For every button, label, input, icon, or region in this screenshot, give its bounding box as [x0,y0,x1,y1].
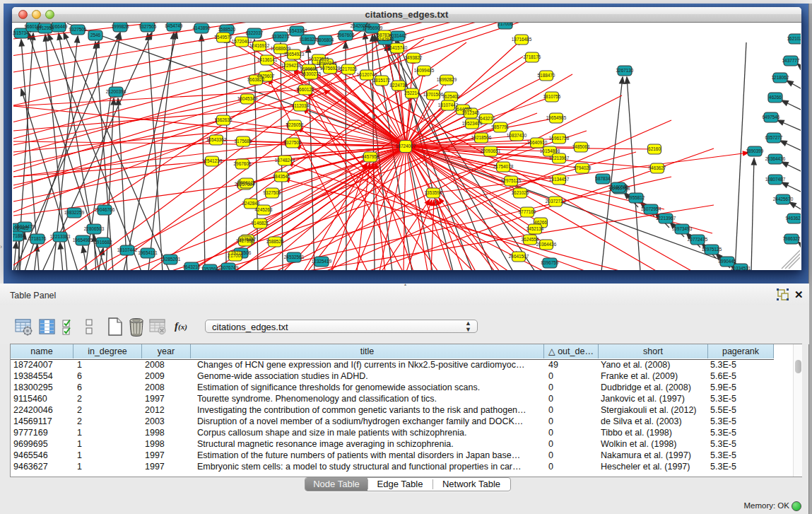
svg-text:9427552: 9427552 [237,238,254,243]
svg-text:13748244: 13748244 [275,158,295,163]
svg-text:46266: 46266 [769,95,782,100]
svg-text:62160: 62160 [648,146,661,151]
svg-text:20372723: 20372723 [546,199,566,204]
svg-text:13045349: 13045349 [237,96,258,101]
svg-text:16120746: 16120746 [357,72,377,77]
svg-text:18992829: 18992829 [437,77,457,82]
svg-text:12213967: 12213967 [549,156,570,160]
svg-text:2066449: 2066449 [50,24,68,29]
svg-text:10807487: 10807487 [765,177,786,182]
svg-text:2718176: 2718176 [524,54,541,59]
svg-text:9857791: 9857791 [492,124,510,129]
svg-text:20364436: 20364436 [765,156,786,161]
svg-text:14099485: 14099485 [414,68,435,73]
svg-text:16961758: 16961758 [549,136,570,141]
svg-text:7986322: 7986322 [783,236,801,241]
svg-text:6497546: 6497546 [763,115,780,119]
svg-text:13654923: 13654923 [284,52,305,57]
svg-text:1890399: 1890399 [746,148,764,153]
svg-text:12975125: 12975125 [702,247,722,252]
svg-text:7663822: 7663822 [247,77,265,82]
svg-text:18107442: 18107442 [117,247,138,252]
svg-text:19654985: 19654985 [546,115,567,120]
svg-text:5188470: 5188470 [538,73,555,78]
svg-text:18724007: 18724007 [396,144,416,148]
svg-text:21754078: 21754078 [493,164,514,169]
svg-text:22093651: 22093651 [481,148,501,153]
svg-text:15180586: 15180586 [608,185,629,189]
svg-text:3624554: 3624554 [522,237,539,242]
svg-text:10837430: 10837430 [507,133,527,138]
svg-text:15157347: 15157347 [13,30,32,35]
svg-text:21200396: 21200396 [106,89,126,94]
svg-text:4245263: 4245263 [255,207,273,212]
svg-text:8336273: 8336273 [272,34,290,39]
svg-text:7485063: 7485063 [572,144,590,149]
svg-text:15076749: 15076749 [218,265,239,270]
svg-text:4143890: 4143890 [193,25,211,30]
svg-text:6217026: 6217026 [340,66,358,71]
svg-text:16072954: 16072954 [641,206,661,211]
svg-text:9327505: 9327505 [264,190,281,195]
svg-text:10973493: 10973493 [672,226,693,231]
svg-text:1916682: 1916682 [95,240,112,245]
svg-text:9146821: 9146821 [252,221,269,226]
svg-text:252214: 252214 [404,90,420,95]
svg-text:3493822: 3493822 [405,55,423,60]
svg-text:16543362: 16543362 [287,28,307,33]
svg-text:19523409: 19523409 [462,121,483,126]
svg-text:19654111: 19654111 [138,250,158,255]
svg-text:8396759: 8396759 [541,260,559,265]
svg-text:14136141: 14136141 [257,57,278,62]
svg-text:1621025: 1621025 [787,36,801,41]
svg-text:5549579: 5549579 [215,35,233,40]
svg-text:9327505: 9327505 [69,27,87,32]
svg-text:12975125: 12975125 [501,178,522,183]
svg-text:1621025: 1621025 [512,190,529,195]
svg-text:587834: 587834 [595,176,611,181]
svg-text:9794028: 9794028 [574,165,592,170]
svg-text:24532561: 24532561 [284,255,305,259]
svg-text:16415740: 16415740 [387,45,408,50]
svg-text:7625402: 7625402 [442,94,460,99]
svg-text:9327505: 9327505 [284,140,302,145]
svg-text:6357277: 6357277 [765,135,783,140]
svg-text:2967608: 2967608 [337,33,355,37]
svg-text:18907249: 18907249 [317,61,337,66]
svg-text:20772475: 20772475 [688,237,708,242]
svg-text:10688609: 10688609 [271,46,291,51]
svg-text:2967608: 2967608 [234,161,252,166]
svg-text:8990445: 8990445 [719,259,736,264]
svg-text:46266: 46266 [534,220,547,225]
svg-text:1353594: 1353594 [425,190,442,195]
svg-text:8806804: 8806804 [317,37,334,42]
svg-text:12325419: 12325419 [312,259,332,264]
svg-text:1218062: 1218062 [772,75,789,80]
svg-text:7671884: 7671884 [13,233,25,238]
svg-text:217006: 217006 [498,23,513,26]
svg-text:9463627: 9463627 [649,165,666,170]
svg-text:9660124: 9660124 [297,87,314,92]
svg-text:12294238: 12294238 [281,63,302,68]
svg-text:1815172: 1815172 [373,78,391,83]
svg-text:587834: 587834 [377,33,392,37]
svg-text:10154808: 10154808 [540,148,560,153]
svg-text:19654985: 19654985 [73,238,93,243]
svg-text:9327505: 9327505 [139,24,157,29]
svg-text:20364436: 20364436 [536,242,557,247]
svg-text:3267130: 3267130 [616,68,634,73]
svg-text:19832259: 19832259 [64,210,85,215]
svg-text:7643210: 7643210 [183,264,201,269]
svg-text:19756928: 19756928 [320,66,341,71]
svg-text:9896123: 9896123 [238,180,256,185]
svg-text:217006: 217006 [228,253,243,258]
svg-text:5226058: 5226058 [286,122,304,127]
svg-text:1843546: 1843546 [273,174,290,179]
svg-text:13134457: 13134457 [549,177,570,182]
svg-text:8454749: 8454749 [165,23,183,28]
svg-text:1588520: 1588520 [266,239,284,244]
svg-text:2457954: 2457954 [362,154,379,159]
svg-text:9463627: 9463627 [786,216,801,221]
svg-text:24425670: 24425670 [773,197,794,201]
svg-text:1912345: 1912345 [462,110,480,115]
